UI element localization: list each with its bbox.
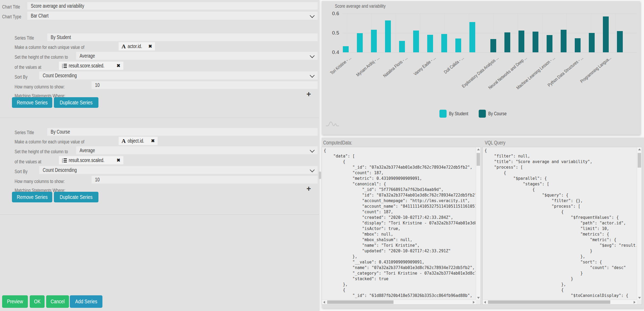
series-title-label: Series Title [15,35,40,41]
field-chip-result-score[interactable]: 1 2 3 result.score.scaled. ✖ [59,156,123,164]
chevron-down-icon [310,167,314,172]
chevron-down-icon [310,53,314,58]
bar-by-course [504,32,510,52]
numbered-list-icon: 1 2 3 [62,63,67,68]
field-chip-object-id[interactable]: A object.id. ✖ [119,137,158,145]
sort-by-select[interactable]: Count Descending [39,166,318,174]
bar-by-student [413,31,419,52]
sort-by-select[interactable]: Count Descending [39,71,318,79]
add-filter-icon[interactable]: + [306,185,311,193]
vertical-scrollbar[interactable] [637,147,642,300]
aggregation-select[interactable]: Average [76,52,318,60]
legend-item-by-course[interactable]: By Course [479,110,512,118]
chevron-down-icon [310,148,314,152]
scrollbar-thumb[interactable] [638,153,641,168]
series-title-input[interactable]: By Student [47,33,318,41]
vql-query-code: { "filter": null, "title": "Score averag… [485,148,637,299]
bar-by-student [441,34,447,52]
scroll-up-arrow[interactable] [638,148,641,150]
unique-value-label: Make a column for each unique value of [15,44,104,50]
legend-label: By Course [488,111,512,117]
unique-value-label: Make a column for each unique value of [15,139,104,145]
values-at-label: of the values at [15,159,49,165]
scrollbar-corner [476,300,481,304]
remove-series-button[interactable]: Remove Series [12,192,52,202]
remove-chip-icon[interactable]: ✖ [116,63,120,69]
section-divider [0,214,319,215]
add-series-button[interactable]: Add Series [70,295,102,308]
field-chip-actor-id[interactable]: A actor.id. ✖ [119,42,155,50]
aggregation-select[interactable]: Average [76,146,318,154]
ok-button[interactable]: OK [30,295,45,308]
field-chip-result-score[interactable]: 1 2 3 result.score.scaled. ✖ [59,62,123,70]
chart-preview-card: Score average and variability 0.40.50.6T… [322,1,640,135]
bar-by-student [385,20,391,52]
scroll-up-arrow[interactable] [477,148,480,150]
remove-chip-icon[interactable]: ✖ [151,138,155,144]
legend-item-by-student[interactable]: By Student [439,110,474,118]
bar-by-course [490,39,496,52]
remove-chip-icon[interactable]: ✖ [116,157,120,163]
bar-by-student [399,41,405,52]
vertical-scrollbar[interactable] [476,147,481,300]
gridline-horizontal [342,14,637,14]
remove-chip-icon[interactable]: ✖ [148,44,152,49]
cancel-button[interactable]: Cancel [46,295,69,308]
bar-by-course [603,16,609,52]
horizontal-scrollbar[interactable] [322,300,476,304]
columns-count-input[interactable]: 10 [92,81,318,89]
chart-editor-panel: Chart Title Score average and variabilit… [0,0,319,311]
text-type-icon: A [122,138,126,144]
sort-by-label: Sort By [15,74,31,80]
chart-type-select[interactable]: Bar Chart [27,12,318,20]
debug-panels: ComputedData: VQL Query { "data": [ { "_… [322,138,644,308]
values-at-label: of the values at [15,64,49,70]
bar-by-student [371,30,377,52]
vql-query-code-box[interactable]: { "filter": null, "title": "Score averag… [482,147,642,305]
scroll-down-arrow[interactable] [477,297,480,299]
vql-query-title: VQL Query [485,140,511,146]
x-tick-label: Tori Kristine - ... [329,55,352,76]
section-divider [0,118,319,118]
column-height-label: Set the height of the column to [15,149,83,155]
computed-data-code-box[interactable]: { "data": [ { "_id": "07a32a2b3774ab01e3… [322,147,481,305]
series-block-by-student: Series Title By Student Make a column fo… [0,31,319,110]
scrollbar-thumb[interactable] [477,153,480,166]
bar-by-student [357,33,363,52]
scrollbar-thumb[interactable] [327,300,394,304]
gridline-horizontal [342,52,637,53]
panel-scrollbar-thumb[interactable] [319,172,321,179]
chart-title-input[interactable]: Score average and variability [27,2,318,10]
scroll-left-arrow[interactable] [323,301,325,304]
scroll-right-arrow[interactable] [473,301,475,304]
scroll-down-arrow[interactable] [638,297,641,299]
svg-text:3: 3 [62,161,63,163]
computed-data-code: { "data": [ { "_id": "07a32a2b3774ab01e3… [324,148,476,299]
columns-count-label: How many columns to show: [15,84,79,90]
bar-by-course [575,38,581,52]
series-block-by-course: Series Title By Course Make a column for… [0,125,319,205]
series-title-input[interactable]: By Course [47,128,318,136]
bar-by-course [533,32,538,52]
preview-button[interactable]: Preview [2,295,28,308]
columns-count-input[interactable]: 10 [92,176,318,184]
bar-by-student [343,46,349,52]
column-height-label: Set the height of the column to [15,54,83,60]
svg-text:3: 3 [62,67,63,68]
chevron-down-icon [310,13,314,18]
add-filter-icon[interactable]: + [306,90,311,98]
chart-type-label: Chart Type [2,14,27,20]
duplicate-series-button[interactable]: Duplicate Series [54,97,98,108]
distribution-curve-icon [325,120,340,127]
bar-by-student [427,35,433,52]
horizontal-scrollbar[interactable] [483,300,637,304]
bar-by-course [589,33,595,52]
x-tick-label: Natalina Floris - ... [382,55,409,79]
y-tick-label: 0.5 [326,30,339,36]
scroll-left-arrow[interactable] [484,301,486,304]
scroll-right-arrow[interactable] [634,301,636,304]
remove-series-button[interactable]: Remove Series [12,97,52,108]
duplicate-series-button[interactable]: Duplicate Series [54,192,98,202]
y-tick-label: 0.4 [326,49,339,55]
scrollbar-thumb[interactable] [488,300,610,304]
